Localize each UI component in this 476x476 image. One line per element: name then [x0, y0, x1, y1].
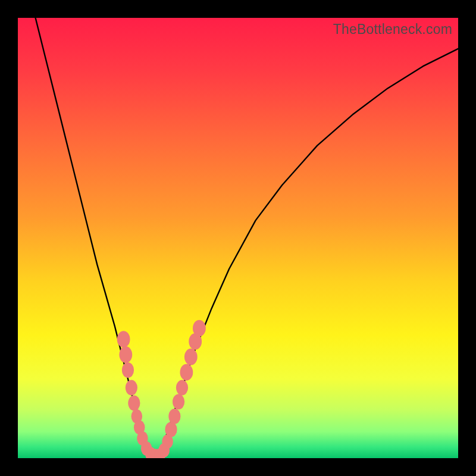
curve-marker [122, 362, 134, 378]
plot-area: TheBottleneck.com [18, 18, 458, 458]
bottleneck-curve [36, 18, 458, 456]
curve-marker [184, 349, 198, 365]
curve-marker [173, 394, 184, 409]
curve-marker [168, 409, 180, 424]
curve-marker [193, 320, 206, 337]
curve-marker [128, 396, 140, 411]
curve-layer [18, 18, 458, 458]
curve-marker [180, 364, 193, 381]
curve-marker [165, 422, 177, 437]
curve-marker [119, 346, 132, 363]
watermark-text: TheBottleneck.com [333, 21, 452, 37]
curve-marker [126, 380, 137, 396]
curve-marker [176, 380, 188, 396]
chart-frame: TheBottleneck.com [0, 0, 476, 476]
marker-group [117, 320, 206, 458]
curve-marker [117, 331, 130, 347]
